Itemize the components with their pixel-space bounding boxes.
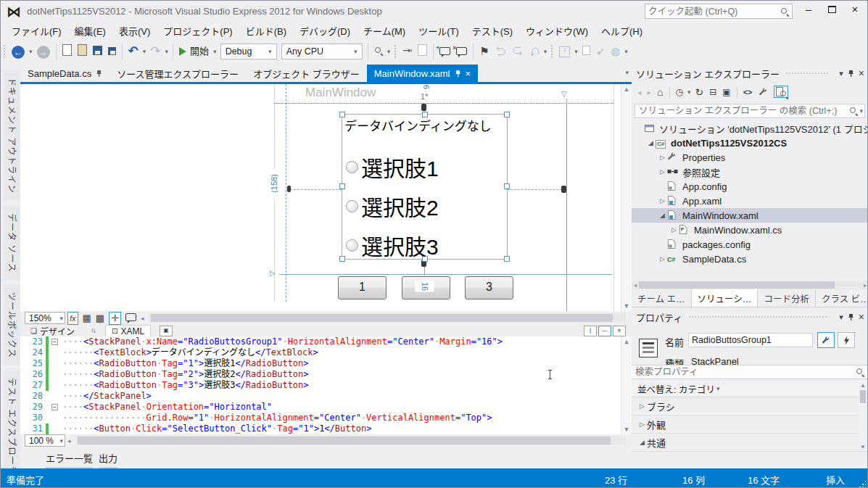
back-icon[interactable]: ◂ xyxy=(637,85,642,99)
pin-toolbar-icon[interactable]: ➶ xyxy=(596,44,605,59)
menu-item-1[interactable]: 編集(E) xyxy=(68,22,112,39)
redo-dropdown-icon[interactable]: ▾ xyxy=(165,48,169,55)
fold-collapse-icon[interactable]: − xyxy=(51,404,58,410)
scroll-left-icon[interactable]: ◂ xyxy=(67,435,71,447)
home-icon[interactable]: ⌂ xyxy=(657,85,663,99)
bookmark-overflow-icon[interactable]: ▾ xyxy=(544,48,547,55)
expander-expanded-icon[interactable]: ◢ xyxy=(658,212,667,219)
tree-item-9[interactable]: ▷C#SampleData.cs xyxy=(632,252,868,266)
doc-tab-2[interactable]: オブジェクト ブラウザー xyxy=(246,65,367,82)
menu-item-3[interactable]: プロジェクト(P) xyxy=(157,22,239,39)
grid-row-line[interactable] xyxy=(280,274,612,275)
find-in-files-icon[interactable] xyxy=(374,44,383,59)
menu-item-0[interactable]: ファイル(F) xyxy=(5,22,68,39)
doc-tab-1[interactable]: ソース管理エクスプローラー xyxy=(109,65,246,82)
solution-explorer-search-input[interactable] xyxy=(635,106,849,116)
snap-to-grid-icon[interactable]: ▩ xyxy=(96,313,104,324)
radio-circle-icon[interactable] xyxy=(346,200,358,212)
tree-item-1[interactable]: ◢C#dotNetTips1125VS2012CS xyxy=(632,136,868,150)
scroll-up-icon[interactable]: ▲ xyxy=(860,382,866,389)
radio-circle-icon[interactable] xyxy=(346,161,358,173)
scroll-up-icon[interactable]: ▲ xyxy=(624,336,628,347)
editor-zoom-combo[interactable]: 100 % ▾ xyxy=(25,434,65,447)
solution-explorer-titlebar[interactable]: ソリューション エクスプローラー ▾ × xyxy=(632,65,868,82)
doc-tab-3[interactable]: MainWindow.xaml× xyxy=(367,65,478,82)
tree-item-3[interactable]: ▷参照設定 xyxy=(632,165,868,179)
panel-tab-0[interactable]: チーム エ… xyxy=(632,289,692,307)
fold-collapse-icon[interactable]: − xyxy=(51,339,58,345)
properties-view-button[interactable] xyxy=(817,332,835,348)
designer-horizontal-scrollbar[interactable] xyxy=(149,313,626,323)
menu-item-2[interactable]: 表示(V) xyxy=(112,22,157,39)
redo-icon[interactable]: ↷ xyxy=(150,44,160,59)
filter-dropdown-icon[interactable]: ▾ xyxy=(687,88,691,96)
maximize-button[interactable] xyxy=(821,1,843,20)
panel-tab-3[interactable]: クラス ビ… xyxy=(816,289,868,307)
navigate-back-icon[interactable]: ← xyxy=(12,44,25,59)
undo-icon[interactable]: ↶ xyxy=(128,44,139,59)
doc-tab-0[interactable]: SampleData.cs xyxy=(20,65,109,82)
toolbar-grip[interactable] xyxy=(394,44,397,59)
collapse-all-icon[interactable]: ⊟ xyxy=(709,85,716,99)
code-line[interactable]: 31······<Button·Click="SelectButton_Clic… xyxy=(20,423,632,434)
properties-vertical-scrollbar[interactable]: ▲ ▼ xyxy=(859,382,867,450)
menu-item-5[interactable]: デバッグ(D) xyxy=(293,22,357,39)
toolbar-overflow-icon[interactable]: ▾ xyxy=(387,48,391,55)
margin-anchor-left-icon[interactable] xyxy=(287,186,291,192)
menu-item-9[interactable]: ウィンドウ(W) xyxy=(519,22,595,39)
element-name-input[interactable] xyxy=(688,333,813,347)
undo-dropdown-icon[interactable]: ▾ xyxy=(143,48,146,55)
step-into-icon[interactable]: ⭲ xyxy=(402,44,412,59)
effects-toggle-icon[interactable]: fx xyxy=(67,312,78,325)
remove-comment-icon[interactable]: × xyxy=(456,44,467,59)
document-list-dropdown-icon[interactable]: ▾ xyxy=(625,69,629,76)
new-file-icon[interactable] xyxy=(62,44,72,59)
panel-tab-2[interactable]: コード分析 xyxy=(758,289,816,307)
pin-icon[interactable] xyxy=(455,70,461,78)
close-icon[interactable]: × xyxy=(859,67,864,79)
bottom-tab-0[interactable]: エラー一覧 xyxy=(46,451,93,465)
expander-expanded-icon[interactable]: ◢ xyxy=(637,439,647,446)
collapse-pane-icon[interactable]: ⩔ xyxy=(613,326,626,336)
selection-handle[interactable] xyxy=(339,256,345,262)
expander-collapsed-icon[interactable]: ▷ xyxy=(637,421,647,428)
code-line[interactable]: 23−····<StackPanel·x:Name="RadioButtosGr… xyxy=(20,336,632,347)
sync-with-active-document-icon[interactable] xyxy=(774,86,788,98)
code-line[interactable]: 29−····<StackPanel·Orientation="Horizont… xyxy=(20,402,632,413)
minimize-button[interactable]: – xyxy=(798,1,819,20)
expander-collapsed-icon[interactable]: ▷ xyxy=(637,402,647,410)
solution-configuration-combo[interactable]: Debug ▾ xyxy=(220,44,277,59)
refresh-icon[interactable]: ↻ xyxy=(695,85,704,99)
selection-handle[interactable] xyxy=(339,183,345,189)
editor-horizontal-scrollbar[interactable] xyxy=(76,436,626,445)
add-comment-icon[interactable]: + xyxy=(439,44,450,59)
designer-button-1[interactable]: 1 xyxy=(338,276,387,299)
menu-item-7[interactable]: ツール(T) xyxy=(412,22,466,39)
next-bookmark-icon[interactable]: ⮎ xyxy=(512,44,523,59)
property-category-1[interactable]: ▷外観 xyxy=(632,415,868,434)
tree-item-6[interactable]: ◢MainWindow.xaml xyxy=(632,208,868,223)
menu-item-4[interactable]: ビルド(B) xyxy=(239,22,293,39)
menu-item-10[interactable]: ヘルプ(H) xyxy=(595,22,649,39)
error-list-icon[interactable]: ! xyxy=(559,46,570,57)
property-category-2[interactable]: ◢共通 xyxy=(632,434,868,452)
designer-textblock[interactable]: データバインディングなし xyxy=(344,116,492,134)
radio-circle-icon[interactable] xyxy=(346,239,358,252)
scroll-left-icon[interactable]: ◂ xyxy=(632,282,639,289)
properties-icon[interactable] xyxy=(759,87,768,96)
open-file-icon[interactable] xyxy=(78,44,87,59)
expander-collapsed-icon[interactable]: ▷ xyxy=(669,226,679,233)
show-all-files-icon[interactable]: ▣ xyxy=(722,85,730,99)
properties-titlebar[interactable]: プロパティ ▾ × xyxy=(632,308,868,326)
window-position-dropdown-icon[interactable]: ▾ xyxy=(839,313,843,322)
solution-explorer-search-box[interactable]: ▾ xyxy=(635,104,865,118)
copy-icon[interactable] xyxy=(418,44,427,59)
selection-handle[interactable] xyxy=(504,112,510,117)
events-view-button[interactable] xyxy=(838,332,855,348)
solution-platform-combo[interactable]: Any CPU ▾ xyxy=(281,44,363,59)
bottom-tab-1[interactable]: 出力 xyxy=(99,451,117,465)
design-tab[interactable]: ❏ デザイン xyxy=(25,325,80,336)
pin-icon[interactable] xyxy=(96,70,102,78)
quick-launch-input[interactable] xyxy=(645,7,780,17)
close-icon[interactable]: × xyxy=(859,311,864,323)
